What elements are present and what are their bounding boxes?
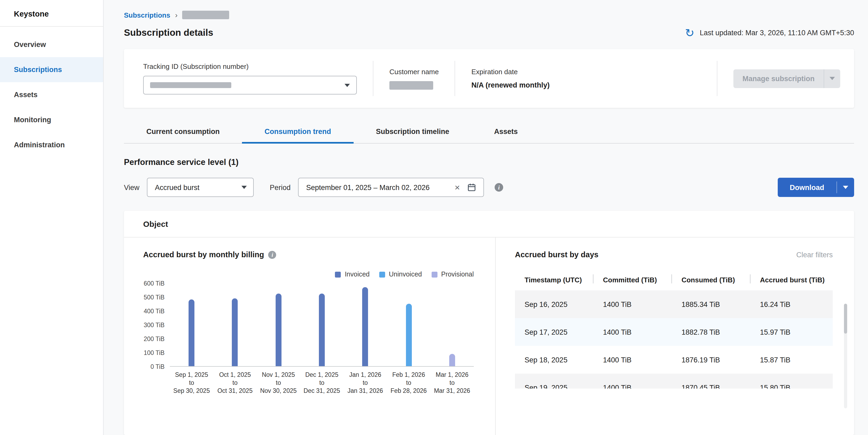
sidebar-item-overview[interactable]: Overview bbox=[0, 32, 103, 57]
customer-name-section: Customer name bbox=[373, 61, 455, 96]
legend-label: Uninvoiced bbox=[389, 271, 422, 278]
breadcrumb-redacted-value bbox=[182, 11, 229, 19]
table-row[interactable]: Sep 18, 20251400 TiB1876.19 TiB15.87 TiB bbox=[515, 346, 833, 374]
sidebar-item-monitoring[interactable]: Monitoring bbox=[0, 107, 103, 132]
chevron-down-icon bbox=[242, 186, 247, 189]
chart-bar-slot bbox=[387, 304, 431, 366]
manage-subscription-menu-button[interactable] bbox=[824, 77, 840, 80]
expiration-date-value: N/A (renewed monthly) bbox=[471, 81, 550, 89]
object-card-body: Accrued burst by monthly billing i Invoi… bbox=[124, 237, 854, 435]
column-header[interactable]: Committed (TiB) bbox=[593, 274, 672, 290]
table-header-row: Timestamp (UTC)Committed (TiB)Consumed (… bbox=[515, 274, 833, 290]
page-title: Subscription details bbox=[124, 27, 213, 38]
object-card: Object Accrued burst by monthly billing … bbox=[124, 211, 854, 435]
x-tick-label: Feb 1, 2026toFeb 28, 2026 bbox=[387, 371, 431, 395]
table-row[interactable]: Sep 19, 20251400 TiB1870.45 TiB15.80 TiB bbox=[515, 374, 833, 389]
manage-subscription-section: Manage subscription bbox=[717, 61, 854, 96]
chart-bar-slot bbox=[430, 354, 474, 366]
legend-item-uninvoiced: Uninvoiced bbox=[379, 271, 422, 278]
table-cell: 16.24 TiB bbox=[750, 300, 833, 308]
sidebar-item-subscriptions[interactable]: Subscriptions bbox=[0, 57, 103, 82]
tab-current-consumption[interactable]: Current consumption bbox=[124, 122, 242, 143]
table-cell: Sep 16, 2025 bbox=[515, 300, 593, 308]
view-label: View bbox=[124, 183, 140, 191]
table-cell: 1870.45 TiB bbox=[672, 383, 750, 389]
chevron-down-icon bbox=[830, 77, 835, 80]
period-date-range-field[interactable]: September 01, 2025 – March 02, 2026 × bbox=[298, 178, 484, 197]
y-tick-label: 0 TiB bbox=[151, 364, 164, 370]
table-cell: Sep 17, 2025 bbox=[515, 328, 593, 336]
expiration-date-label: Expiration date bbox=[471, 68, 550, 76]
clear-period-icon[interactable]: × bbox=[449, 183, 465, 192]
download-button[interactable]: Download bbox=[777, 178, 836, 197]
bar-invoiced[interactable] bbox=[319, 293, 325, 366]
app-title: Keystone bbox=[0, 0, 103, 27]
table-row[interactable]: Sep 16, 20251400 TiB1885.34 TiB16.24 TiB bbox=[515, 290, 833, 318]
filter-row: View Accrued burst Period September 01, … bbox=[124, 178, 854, 197]
table-cell: Sep 18, 2025 bbox=[515, 356, 593, 364]
legend-label: Invoiced bbox=[345, 271, 370, 278]
view-dropdown[interactable]: Accrued burst bbox=[147, 178, 254, 197]
period-date-range-value: September 01, 2025 – March 02, 2026 bbox=[306, 183, 449, 191]
table-cell: 15.97 TiB bbox=[750, 328, 833, 336]
expiration-date-section: Expiration date N/A (renewed monthly) bbox=[455, 61, 566, 96]
manage-subscription-button[interactable]: Manage subscription bbox=[734, 69, 840, 88]
bar-invoiced[interactable] bbox=[275, 293, 281, 366]
table-row[interactable]: Sep 17, 20251400 TiB1882.78 TiB15.97 TiB bbox=[515, 318, 833, 346]
legend-item-provisional: Provisional bbox=[432, 271, 474, 278]
breadcrumb-subscriptions-link[interactable]: Subscriptions bbox=[124, 11, 170, 19]
tab-subscription-timeline[interactable]: Subscription timeline bbox=[353, 122, 472, 143]
x-tick-label: Nov 1, 2025toNov 30, 2025 bbox=[257, 371, 300, 395]
bar-invoiced[interactable] bbox=[232, 298, 238, 366]
tracking-id-label: Tracking ID (Subscription number) bbox=[143, 62, 357, 70]
tab-consumption-trend[interactable]: Consumption trend bbox=[242, 122, 353, 143]
table-title: Accrued burst by days bbox=[515, 250, 598, 259]
column-header[interactable]: Consumed (TiB) bbox=[672, 274, 750, 290]
manage-subscription-label: Manage subscription bbox=[734, 74, 824, 82]
app-root: Keystone OverviewSubscriptionsAssetsMoni… bbox=[0, 0, 868, 435]
sidebar-nav: OverviewSubscriptionsAssetsMonitoringAdm… bbox=[0, 27, 103, 158]
y-tick-label: 600 TiB bbox=[144, 280, 164, 287]
customer-name-redacted-value bbox=[390, 81, 433, 90]
bar-invoiced[interactable] bbox=[189, 299, 194, 366]
table-scrollbar[interactable] bbox=[844, 304, 847, 408]
chart-bar-slot bbox=[213, 298, 257, 366]
y-tick-label: 300 TiB bbox=[144, 322, 164, 328]
period-info-icon[interactable]: i bbox=[495, 183, 503, 192]
sidebar-item-assets[interactable]: Assets bbox=[0, 82, 103, 107]
legend-swatch bbox=[379, 271, 385, 277]
customer-name-label: Customer name bbox=[390, 68, 439, 75]
legend-item-invoiced: Invoiced bbox=[335, 271, 370, 278]
calendar-icon[interactable] bbox=[465, 182, 478, 192]
bar-uninvoiced[interactable] bbox=[406, 304, 411, 366]
column-header[interactable]: Timestamp (UTC) bbox=[515, 274, 593, 290]
sidebar-item-administration[interactable]: Administration bbox=[0, 132, 103, 158]
table-cell: 1885.34 TiB bbox=[672, 300, 750, 308]
column-header[interactable]: Accrued burst (TiB) bbox=[750, 274, 833, 290]
detail-tabs: Current consumptionConsumption trendSubs… bbox=[124, 122, 854, 143]
bar-invoiced[interactable] bbox=[363, 287, 368, 366]
clear-filters-link[interactable]: Clear filters bbox=[796, 250, 833, 259]
tracking-id-section: Tracking ID (Subscription number) bbox=[124, 61, 373, 96]
breadcrumb-separator: › bbox=[175, 11, 177, 19]
breadcrumb: Subscriptions › bbox=[124, 11, 854, 19]
download-options-button[interactable] bbox=[837, 178, 854, 197]
y-tick-label: 100 TiB bbox=[144, 349, 164, 356]
chart-x-axis: Sep 1, 2025toSep 30, 2025Oct 1, 2025toOc… bbox=[170, 371, 474, 395]
tracking-id-dropdown[interactable] bbox=[143, 76, 357, 95]
download-split-button: Download bbox=[777, 178, 854, 197]
chart-info-icon[interactable]: i bbox=[269, 250, 276, 259]
y-tick-label: 200 TiB bbox=[144, 336, 164, 342]
chevron-down-icon bbox=[843, 186, 848, 189]
x-tick-label: Dec 1, 2025toDec 31, 2025 bbox=[300, 371, 344, 395]
chevron-down-icon bbox=[344, 83, 350, 87]
chart-plot-area bbox=[170, 283, 474, 367]
chart-title: Accrued burst by monthly billing bbox=[143, 250, 264, 259]
scrollbar-thumb[interactable] bbox=[844, 304, 847, 334]
tab-assets[interactable]: Assets bbox=[472, 122, 540, 143]
bar-chart: 600 TiB500 TiB400 TiB300 TiB200 TiB100 T… bbox=[143, 283, 474, 395]
refresh-icon[interactable]: ↻ bbox=[685, 27, 694, 38]
table-cell: 1400 TiB bbox=[593, 356, 672, 364]
bar-provisional[interactable] bbox=[449, 354, 455, 366]
x-tick-label: Oct 1, 2025toOct 31, 2025 bbox=[213, 371, 257, 395]
